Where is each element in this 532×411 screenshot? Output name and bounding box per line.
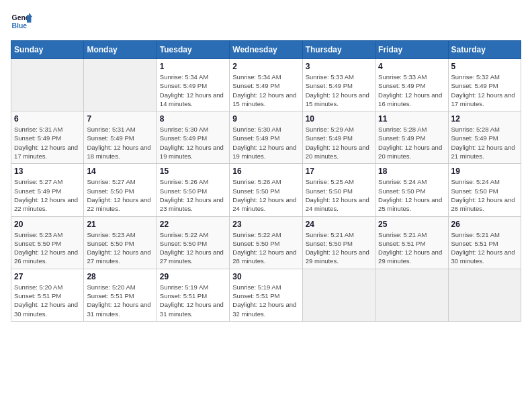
weekday-header-row: SundayMondayTuesdayWednesdayThursdayFrid… — [11, 41, 521, 59]
day-number: 5 — [451, 62, 518, 71]
day-info: Sunrise: 5:23 AMSunset: 5:50 PMDaylight:… — [87, 230, 153, 266]
day-cell: 17Sunrise: 5:25 AMSunset: 5:50 PMDayligh… — [302, 164, 375, 216]
day-number: 25 — [378, 220, 445, 229]
day-info: Sunrise: 5:20 AMSunset: 5:51 PMDaylight:… — [14, 283, 81, 318]
day-cell: 14Sunrise: 5:27 AMSunset: 5:50 PMDayligh… — [84, 164, 157, 216]
day-cell: 21Sunrise: 5:23 AMSunset: 5:50 PMDayligh… — [84, 216, 157, 269]
weekday-thursday: Thursday — [302, 41, 375, 59]
day-number: 20 — [14, 220, 81, 229]
day-number: 8 — [160, 114, 226, 124]
day-info: Sunrise: 5:19 AMSunset: 5:51 PMDaylight:… — [232, 283, 299, 318]
calendar-table: SundayMondayTuesdayWednesdayThursdayFrid… — [11, 40, 521, 322]
logo: General Blue — [11, 11, 38, 32]
day-cell: 15Sunrise: 5:26 AMSunset: 5:50 PMDayligh… — [157, 164, 229, 216]
day-number: 10 — [306, 114, 372, 124]
day-info: Sunrise: 5:32 AMSunset: 5:49 PMDaylight:… — [451, 73, 518, 108]
day-cell: 12Sunrise: 5:28 AMSunset: 5:49 PMDayligh… — [448, 111, 521, 164]
weekday-sunday: Sunday — [11, 41, 84, 59]
day-info: Sunrise: 5:27 AMSunset: 5:49 PMDaylight:… — [14, 177, 81, 213]
day-info: Sunrise: 5:30 AMSunset: 5:49 PMDaylight:… — [160, 125, 226, 161]
day-info: Sunrise: 5:21 AMSunset: 5:50 PMDaylight:… — [306, 230, 372, 266]
day-cell: 9Sunrise: 5:30 AMSunset: 5:49 PMDaylight… — [230, 111, 302, 164]
day-cell: 23Sunrise: 5:22 AMSunset: 5:50 PMDayligh… — [230, 216, 302, 269]
day-cell: 27Sunrise: 5:20 AMSunset: 5:51 PMDayligh… — [11, 269, 84, 321]
day-number: 9 — [232, 114, 299, 124]
week-row-1: 1Sunrise: 5:34 AMSunset: 5:49 PMDaylight… — [11, 59, 521, 111]
day-number: 24 — [306, 220, 372, 229]
day-number: 26 — [451, 220, 518, 229]
day-number: 12 — [451, 114, 518, 124]
day-cell: 22Sunrise: 5:22 AMSunset: 5:50 PMDayligh… — [157, 216, 229, 269]
day-cell: 19Sunrise: 5:24 AMSunset: 5:50 PMDayligh… — [448, 164, 521, 216]
weekday-wednesday: Wednesday — [230, 41, 302, 59]
day-info: Sunrise: 5:27 AMSunset: 5:50 PMDaylight:… — [87, 177, 153, 213]
day-info: Sunrise: 5:21 AMSunset: 5:51 PMDaylight:… — [378, 230, 445, 266]
week-row-4: 20Sunrise: 5:23 AMSunset: 5:50 PMDayligh… — [11, 216, 521, 269]
day-cell: 26Sunrise: 5:21 AMSunset: 5:51 PMDayligh… — [448, 216, 521, 269]
day-cell — [375, 269, 448, 321]
day-cell — [448, 269, 521, 321]
day-number: 17 — [306, 167, 372, 176]
day-info: Sunrise: 5:33 AMSunset: 5:49 PMDaylight:… — [306, 73, 372, 108]
day-info: Sunrise: 5:34 AMSunset: 5:49 PMDaylight:… — [232, 73, 299, 108]
day-number: 19 — [451, 167, 518, 176]
day-cell: 5Sunrise: 5:32 AMSunset: 5:49 PMDaylight… — [448, 59, 521, 111]
day-cell: 24Sunrise: 5:21 AMSunset: 5:50 PMDayligh… — [302, 216, 375, 269]
day-cell: 25Sunrise: 5:21 AMSunset: 5:51 PMDayligh… — [375, 216, 448, 269]
day-cell: 18Sunrise: 5:24 AMSunset: 5:50 PMDayligh… — [375, 164, 448, 216]
day-cell — [302, 269, 375, 321]
day-cell: 20Sunrise: 5:23 AMSunset: 5:50 PMDayligh… — [11, 216, 84, 269]
weekday-monday: Monday — [84, 41, 157, 59]
day-cell: 2Sunrise: 5:34 AMSunset: 5:49 PMDaylight… — [230, 59, 302, 111]
page-header: General Blue — [11, 11, 521, 32]
day-cell: 16Sunrise: 5:26 AMSunset: 5:50 PMDayligh… — [230, 164, 302, 216]
day-cell — [11, 59, 84, 111]
day-info: Sunrise: 5:31 AMSunset: 5:49 PMDaylight:… — [87, 125, 153, 161]
day-number: 14 — [87, 167, 153, 176]
day-number: 23 — [232, 220, 299, 229]
day-info: Sunrise: 5:23 AMSunset: 5:50 PMDaylight:… — [14, 230, 81, 266]
day-cell: 29Sunrise: 5:19 AMSunset: 5:51 PMDayligh… — [157, 269, 229, 321]
day-info: Sunrise: 5:31 AMSunset: 5:49 PMDaylight:… — [14, 125, 81, 161]
day-info: Sunrise: 5:26 AMSunset: 5:50 PMDaylight:… — [160, 177, 226, 213]
day-info: Sunrise: 5:24 AMSunset: 5:50 PMDaylight:… — [378, 177, 445, 213]
day-number: 29 — [160, 272, 226, 281]
day-cell: 13Sunrise: 5:27 AMSunset: 5:49 PMDayligh… — [11, 164, 84, 216]
day-number: 28 — [87, 272, 153, 281]
logo-icon: General Blue — [11, 11, 32, 32]
day-info: Sunrise: 5:28 AMSunset: 5:49 PMDaylight:… — [451, 125, 518, 161]
day-cell: 4Sunrise: 5:33 AMSunset: 5:49 PMDaylight… — [375, 59, 448, 111]
day-cell — [84, 59, 157, 111]
week-row-3: 13Sunrise: 5:27 AMSunset: 5:49 PMDayligh… — [11, 164, 521, 216]
day-number: 18 — [378, 167, 445, 176]
day-number: 30 — [232, 272, 299, 281]
day-info: Sunrise: 5:22 AMSunset: 5:50 PMDaylight:… — [232, 230, 299, 266]
weekday-friday: Friday — [375, 41, 448, 59]
day-number: 6 — [14, 114, 81, 124]
day-cell: 28Sunrise: 5:20 AMSunset: 5:51 PMDayligh… — [84, 269, 157, 321]
day-cell: 11Sunrise: 5:28 AMSunset: 5:49 PMDayligh… — [375, 111, 448, 164]
day-cell: 1Sunrise: 5:34 AMSunset: 5:49 PMDaylight… — [157, 59, 229, 111]
day-info: Sunrise: 5:33 AMSunset: 5:49 PMDaylight:… — [378, 73, 445, 108]
weekday-saturday: Saturday — [448, 41, 521, 59]
day-cell: 10Sunrise: 5:29 AMSunset: 5:49 PMDayligh… — [302, 111, 375, 164]
day-number: 13 — [14, 167, 81, 176]
calendar-body: 1Sunrise: 5:34 AMSunset: 5:49 PMDaylight… — [11, 59, 521, 322]
day-number: 27 — [14, 272, 81, 281]
svg-text:Blue: Blue — [12, 22, 28, 30]
day-number: 16 — [232, 167, 299, 176]
day-number: 2 — [232, 62, 299, 71]
day-info: Sunrise: 5:24 AMSunset: 5:50 PMDaylight:… — [451, 177, 518, 213]
day-info: Sunrise: 5:26 AMSunset: 5:50 PMDaylight:… — [232, 177, 299, 213]
day-number: 21 — [87, 220, 153, 229]
day-info: Sunrise: 5:28 AMSunset: 5:49 PMDaylight:… — [378, 125, 445, 161]
day-info: Sunrise: 5:22 AMSunset: 5:50 PMDaylight:… — [160, 230, 226, 266]
week-row-5: 27Sunrise: 5:20 AMSunset: 5:51 PMDayligh… — [11, 269, 521, 321]
day-info: Sunrise: 5:34 AMSunset: 5:49 PMDaylight:… — [160, 73, 226, 108]
day-cell: 8Sunrise: 5:30 AMSunset: 5:49 PMDaylight… — [157, 111, 229, 164]
day-info: Sunrise: 5:30 AMSunset: 5:49 PMDaylight:… — [232, 125, 299, 161]
day-info: Sunrise: 5:25 AMSunset: 5:50 PMDaylight:… — [306, 177, 372, 213]
day-number: 11 — [378, 114, 445, 124]
day-cell: 30Sunrise: 5:19 AMSunset: 5:51 PMDayligh… — [230, 269, 302, 321]
svg-marker-2 — [27, 15, 31, 22]
